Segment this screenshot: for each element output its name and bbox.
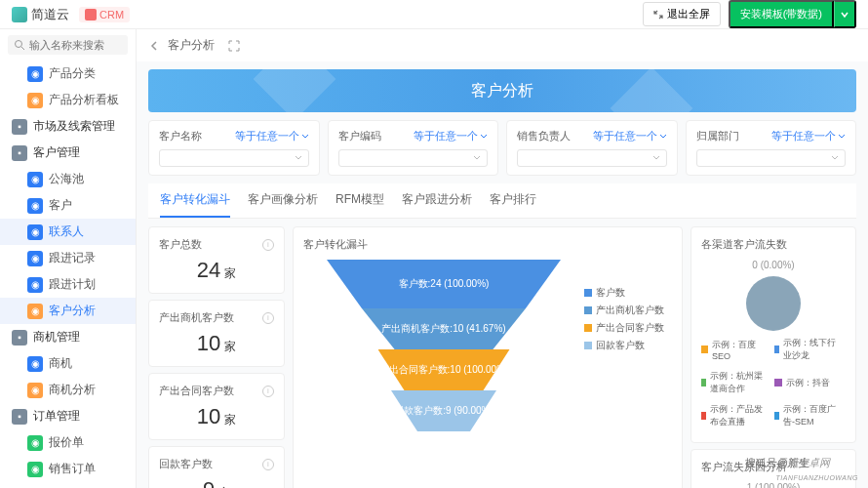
- sidebar-item-label: 跟进记录: [49, 250, 96, 266]
- sidebar-item-1[interactable]: ◉产品分析看板: [0, 87, 136, 113]
- channel-legend-item[interactable]: 示例：百度广告-SEM: [774, 403, 840, 428]
- info-icon[interactable]: i: [262, 312, 274, 324]
- tab-0[interactable]: 客户转化漏斗: [160, 183, 230, 218]
- funnel-seg-2[interactable]: 产出商机客户数:10 (41.67%): [362, 308, 526, 349]
- nav-icon: ▪: [12, 330, 27, 346]
- install-template-button[interactable]: 安装模板(带数据): [729, 0, 834, 28]
- topbar: 简道云 CRM 退出全屏 安装模板(带数据): [0, 0, 868, 29]
- tab-2[interactable]: RFM模型: [335, 183, 384, 218]
- sidebar-item-4[interactable]: ◉公海池: [0, 166, 136, 192]
- sidebar-item-16[interactable]: ◉报价单统计: [0, 482, 136, 488]
- sidebar-item-13[interactable]: ▪订单管理: [0, 403, 136, 429]
- chevron-left-icon[interactable]: [150, 41, 160, 51]
- channel-legend-item[interactable]: 示例：杭州渠道商合作: [701, 370, 767, 395]
- nav-icon: ◉: [27, 198, 43, 214]
- sidebar-item-9[interactable]: ◉客户分析: [0, 298, 136, 324]
- filter-hint[interactable]: 等于任意一个: [771, 129, 846, 143]
- legend-swatch: [774, 412, 779, 420]
- tab-1[interactable]: 客户画像分析: [248, 183, 318, 218]
- sidebar-item-10[interactable]: ▪商机管理: [0, 324, 136, 350]
- stat-title: 产出合同客户数: [159, 384, 234, 398]
- sidebar-item-7[interactable]: ◉跟进记录: [0, 245, 136, 271]
- funnel-seg-4[interactable]: 回款客户数:9 (90.00%): [391, 390, 496, 431]
- search-box[interactable]: [8, 35, 128, 55]
- stat-card-3: 回款客户数i9家: [148, 446, 285, 488]
- sidebar-item-label: 商机: [49, 355, 72, 372]
- info-icon[interactable]: i: [262, 459, 274, 470]
- watermark-site: 天府安卓网 TIANFUANZHUOWANG: [776, 456, 858, 482]
- stat-title: 客户总数: [159, 237, 202, 252]
- sidebar-item-5[interactable]: ◉客户: [0, 192, 136, 219]
- nav-icon: ◉: [27, 224, 43, 240]
- sidebar-item-label: 商机分析: [49, 382, 96, 398]
- channel-loss-pie[interactable]: [746, 276, 801, 331]
- sidebar-item-15[interactable]: ◉销售订单: [0, 456, 136, 482]
- filter-hint[interactable]: 等于任意一个: [235, 129, 309, 143]
- funnel-seg-3[interactable]: 产出合同客户数:10 (100.00%): [378, 349, 510, 390]
- tab-4[interactable]: 客户排行: [490, 183, 536, 218]
- logo-text: 简道云: [31, 6, 69, 23]
- funnel-legend-item[interactable]: 回款客户数: [584, 339, 672, 352]
- channel-legend-item[interactable]: 示例：百度SEO: [701, 337, 767, 362]
- funnel-legend-item[interactable]: 产出合同客户数: [584, 321, 672, 335]
- crm-tag[interactable]: CRM: [79, 7, 130, 22]
- breadcrumb: 客户分析: [137, 29, 868, 61]
- sidebar-item-label: 市场及线索管理: [33, 118, 115, 135]
- nav-icon: ▪: [12, 119, 27, 135]
- install-dropdown-button[interactable]: [834, 0, 856, 28]
- filter-label: 客户名称: [159, 129, 202, 143]
- channel-loss-legend: 示例：百度SEO示例：线下行业沙龙示例：杭州渠道商合作示例：抖音示例：产品发布会…: [701, 337, 846, 432]
- nav-icon: ▪: [12, 409, 27, 425]
- info-icon[interactable]: i: [262, 386, 274, 397]
- channel-legend-item[interactable]: 示例：抖音: [774, 370, 840, 395]
- funnel-chart: 客户数:24 (100.00%) 产出商机客户数:10 (41.67%) 产出合…: [327, 260, 561, 431]
- logo-icon: [12, 7, 27, 22]
- sidebar-item-11[interactable]: ◉商机: [0, 350, 136, 377]
- channel-loss-title: 各渠道客户流失数: [701, 237, 846, 252]
- sidebar-item-8[interactable]: ◉跟进计划: [0, 271, 136, 298]
- filter-input[interactable]: [517, 149, 667, 167]
- funnel-seg-1[interactable]: 客户数:24 (100.00%): [327, 260, 561, 308]
- stat-unit: 家: [224, 339, 236, 355]
- funnel-legend: 客户数产出商机客户数产出合同客户数回款客户数: [584, 237, 672, 488]
- sidebar-item-label: 公海池: [49, 171, 84, 187]
- sidebar-item-2[interactable]: ▪市场及线索管理: [0, 113, 136, 140]
- sidebar-item-label: 客户分析: [49, 303, 96, 319]
- search-input[interactable]: [29, 39, 122, 51]
- search-icon: [14, 39, 25, 51]
- sidebar-item-label: 联系人: [49, 224, 84, 240]
- sidebar-item-14[interactable]: ◉报价单: [0, 429, 136, 456]
- sidebar-item-3[interactable]: ▪客户管理: [0, 140, 136, 166]
- exit-fullscreen-button[interactable]: 退出全屏: [643, 2, 721, 26]
- filter-input[interactable]: [159, 149, 309, 167]
- filter-input[interactable]: [338, 149, 489, 167]
- stat-value: 9: [203, 477, 215, 488]
- tab-3[interactable]: 客户跟进分析: [402, 183, 472, 218]
- expand-icon[interactable]: [228, 40, 240, 52]
- channel-legend-item[interactable]: 示例：线下行业沙龙: [774, 337, 840, 362]
- funnel-title: 客户转化漏斗: [303, 237, 584, 252]
- filter-0: 客户名称等于任意一个: [148, 120, 320, 176]
- sidebar-item-label: 客户管理: [33, 144, 80, 161]
- stat-title: 产出商机客户数: [159, 310, 234, 325]
- nav-icon: ◉: [27, 356, 43, 372]
- sidebar-item-6[interactable]: ◉联系人: [0, 219, 136, 245]
- channel-legend-item[interactable]: 示例：产品发布会直播: [701, 403, 767, 428]
- stat-title: 回款客户数: [159, 457, 213, 471]
- logo: 简道云: [12, 6, 69, 23]
- nav-icon: ◉: [27, 383, 43, 398]
- sidebar-item-label: 产品分类: [49, 65, 96, 82]
- funnel-legend-item[interactable]: 产出商机客户数: [584, 304, 672, 317]
- sidebar-item-0[interactable]: ◉产品分类: [0, 61, 136, 87]
- nav-icon: ▪: [12, 145, 27, 161]
- sidebar-item-12[interactable]: ◉商机分析: [0, 377, 136, 403]
- filter-label: 归属部门: [696, 129, 739, 143]
- funnel-legend-item[interactable]: 客户数: [584, 286, 672, 300]
- nav-icon: ◉: [27, 66, 43, 82]
- filter-hint[interactable]: 等于任意一个: [414, 129, 488, 143]
- filter-input[interactable]: [696, 149, 847, 167]
- channel-loss-value: 0 (0.00%): [701, 260, 846, 270]
- filter-hint[interactable]: 等于任意一个: [593, 129, 667, 143]
- tabs: 客户转化漏斗客户画像分析RFM模型客户跟进分析客户排行: [148, 183, 856, 219]
- info-icon[interactable]: i: [262, 239, 274, 251]
